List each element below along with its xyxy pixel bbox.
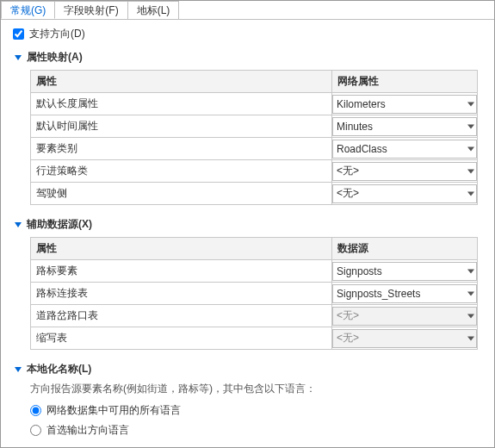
table-row: 路标连接表 bbox=[31, 283, 478, 305]
support-direction-checkbox[interactable] bbox=[13, 28, 24, 40]
attr-map-value-cell bbox=[332, 93, 478, 115]
aux-src-col1: 属性 bbox=[31, 238, 332, 260]
chevron-down-icon bbox=[15, 55, 22, 60]
section-aux-src-header[interactable]: 辅助数据源(X) bbox=[15, 217, 486, 232]
aux-src-col2: 数据源 bbox=[332, 238, 478, 260]
tab-landmark[interactable]: 地标(L) bbox=[127, 1, 180, 19]
local-name-desc: 方向报告源要素名称(例如街道，路标等)，其中包含以下语言： bbox=[30, 382, 486, 396]
aux-src-value-dropdown[interactable] bbox=[332, 284, 477, 303]
radio-all-languages-label[interactable]: 网络数据集中可用的所有语言 bbox=[46, 403, 181, 418]
aux-src-value-cell bbox=[332, 260, 478, 283]
attr-map-value-dropdown[interactable] bbox=[332, 117, 477, 136]
attr-map-attr-cell: 默认时间属性 bbox=[31, 115, 332, 138]
table-row: 默认长度属性 bbox=[31, 93, 478, 115]
radio-preferred-language-label[interactable]: 首选输出方向语言 bbox=[46, 423, 129, 438]
table-row: 路标要素 bbox=[31, 260, 478, 283]
section-attr-map-header[interactable]: 属性映射(A) bbox=[15, 50, 486, 65]
attr-map-value-cell bbox=[332, 160, 478, 183]
table-row: 默认时间属性 bbox=[31, 115, 478, 138]
section-local-name: 本地化名称(L) 方向报告源要素名称(例如街道，路标等)，其中包含以下语言： 网… bbox=[15, 362, 486, 438]
tab-bar: 常规(G) 字段映射(F) 地标(L) bbox=[1, 1, 494, 20]
aux-src-value-dropdown[interactable] bbox=[332, 262, 477, 281]
table-row: 道路岔路口表 bbox=[31, 305, 478, 327]
chevron-down-icon bbox=[15, 367, 22, 372]
attr-map-value-dropdown[interactable] bbox=[332, 162, 477, 181]
aux-src-attr-cell: 路标要素 bbox=[31, 260, 332, 283]
section-aux-src-title: 辅助数据源(X) bbox=[27, 217, 92, 232]
tab-field-map[interactable]: 字段映射(F) bbox=[54, 1, 127, 19]
attr-map-table: 属性 网络属性 默认长度属性默认时间属性要素类别行进策略类驾驶侧 bbox=[30, 70, 478, 205]
aux-src-attr-cell: 道路岔路口表 bbox=[31, 305, 332, 327]
table-row: 行进策略类 bbox=[31, 160, 478, 183]
attr-map-value-cell bbox=[332, 115, 478, 138]
table-row: 要素类别 bbox=[31, 138, 478, 160]
section-attr-map: 属性映射(A) 属性 网络属性 默认长度属性默认时间属性要素类别行进策略类驾驶侧 bbox=[15, 50, 486, 205]
dialog-window: 常规(G) 字段映射(F) 地标(L) 支持方向(D) 属性映射(A) 属性 网… bbox=[0, 0, 495, 448]
tab-general[interactable]: 常规(G) bbox=[1, 1, 55, 19]
aux-src-attr-cell: 缩写表 bbox=[31, 327, 332, 350]
table-row: 缩写表 bbox=[31, 327, 478, 350]
attr-map-attr-cell: 要素类别 bbox=[31, 138, 332, 160]
attr-map-attr-cell: 驾驶侧 bbox=[31, 183, 332, 205]
local-name-radio-group: 网络数据集中可用的所有语言 首选输出方向语言 bbox=[30, 403, 486, 438]
section-attr-map-title: 属性映射(A) bbox=[27, 50, 83, 65]
attr-map-value-cell bbox=[332, 183, 478, 205]
attr-map-col1: 属性 bbox=[31, 71, 332, 93]
aux-src-value-dropdown bbox=[332, 307, 477, 326]
support-direction-label[interactable]: 支持方向(D) bbox=[29, 27, 85, 41]
attr-map-value-cell bbox=[332, 138, 478, 160]
aux-src-value-cell bbox=[332, 283, 478, 305]
attr-map-col2: 网络属性 bbox=[332, 71, 478, 93]
tab-content: 支持方向(D) 属性映射(A) 属性 网络属性 默认长度属性默认时间属性要素类别… bbox=[1, 20, 494, 448]
attr-map-value-dropdown[interactable] bbox=[332, 95, 477, 114]
aux-src-value-cell bbox=[332, 327, 478, 350]
chevron-down-icon bbox=[15, 222, 22, 227]
aux-src-attr-cell: 路标连接表 bbox=[31, 283, 332, 305]
aux-src-value-dropdown bbox=[332, 329, 477, 348]
radio-preferred-language[interactable] bbox=[30, 425, 41, 436]
attr-map-attr-cell: 默认长度属性 bbox=[31, 93, 332, 115]
aux-src-table: 属性 数据源 路标要素路标连接表道路岔路口表缩写表 bbox=[30, 237, 478, 350]
attr-map-value-dropdown[interactable] bbox=[332, 184, 477, 203]
attr-map-value-dropdown[interactable] bbox=[332, 140, 477, 159]
section-aux-src: 辅助数据源(X) 属性 数据源 路标要素路标连接表道路岔路口表缩写表 bbox=[15, 217, 486, 350]
section-local-name-header[interactable]: 本地化名称(L) bbox=[15, 362, 486, 376]
section-local-name-title: 本地化名称(L) bbox=[27, 362, 91, 376]
radio-all-languages[interactable] bbox=[30, 405, 41, 416]
attr-map-attr-cell: 行进策略类 bbox=[31, 160, 332, 183]
table-row: 驾驶侧 bbox=[31, 183, 478, 205]
aux-src-value-cell bbox=[332, 305, 478, 327]
